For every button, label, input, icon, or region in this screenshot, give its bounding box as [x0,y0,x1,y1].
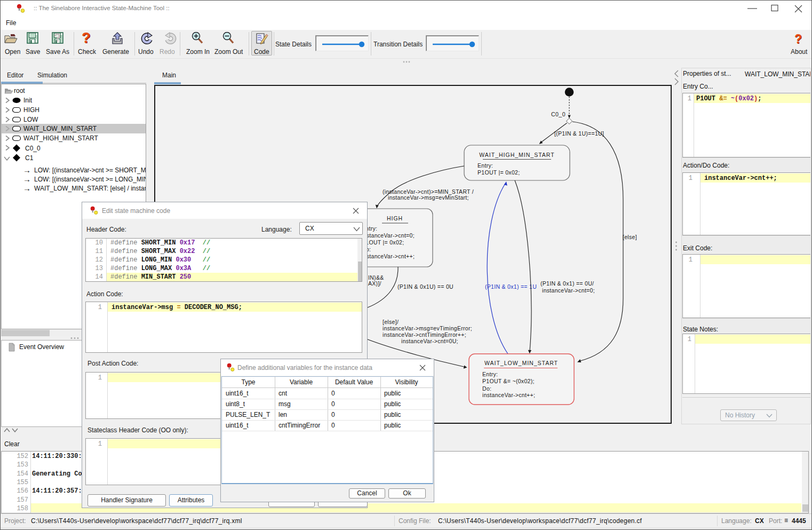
svg-text:[else]: [else] [623,234,637,240]
svg-text:P1OUT |= 0x02;: P1OUT |= 0x02; [362,239,404,246]
svg-text:(P1IN & 0x1) == 0U/: (P1IN & 0x1) == 0U/ [540,280,594,287]
svg-text:P1OUT |= 0x02;: P1OUT |= 0x02; [477,169,520,176]
svg-text:[(P1IN & 1U)==1U]: [(P1IN & 1U)==1U] [554,130,604,137]
svg-text:WAIT_HIGH_MIN_START: WAIT_HIGH_MIN_START [479,152,554,158]
svg-text:[else]/: [else]/ [383,319,399,325]
svg-text:Do:: Do: [482,385,491,392]
svg-text:P1OUT &= ~(0x02);: P1OUT &= ~(0x02); [482,378,535,384]
svg-text:Entry:: Entry: [482,371,498,377]
svg-text:instanceVar->msg=evMinStart;: instanceVar->msg=evMinStart; [388,194,469,201]
svg-text:AX)]/: AX)]/ [368,280,381,287]
svg-text:HIGH: HIGH [387,215,403,222]
svg-text:instanceVar->cnt=0;: instanceVar->cnt=0; [362,232,415,239]
svg-text:WAIT_LOW_MIN_START: WAIT_LOW_MIN_START [484,360,558,366]
svg-text:(P1IN & 0x1) == 1U: (P1IN & 0x1) == 1U [485,283,537,290]
svg-text:instanceVar->msg=evTimingError: instanceVar->msg=evTimingError; [383,325,472,331]
svg-text:(P1IN & 0x1U) == 0U: (P1IN & 0x1U) == 0U [397,283,453,290]
svg-text:instanceVar->cntTimingError++;: instanceVar->cntTimingError++; [383,331,466,338]
svg-text:instanceVar->cnt++;: instanceVar->cnt++; [482,392,535,398]
svg-text:instanceVar->cnt++;: instanceVar->cnt++; [362,253,415,259]
svg-text:Entry:: Entry: [477,162,493,169]
svg-text:instanceVar->cnt=0;: instanceVar->cnt=0; [542,287,595,294]
svg-text:instanceVar->cnt=0U;: instanceVar->cnt=0U; [401,338,458,344]
svg-text:C0_0: C0_0 [551,111,566,117]
